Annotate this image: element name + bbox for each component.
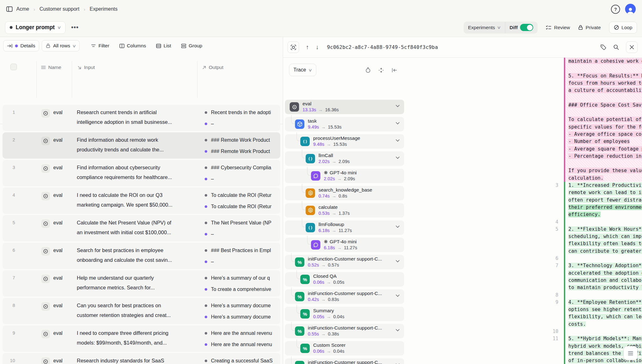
added-text: accelerated the adoption of digital tool…	[564, 270, 642, 277]
tag-icon[interactable]	[600, 44, 606, 50]
diff-line: scheduling, which can improve work-life …	[423, 233, 642, 240]
cell-input: Help me understand our quarterly perform…	[77, 273, 195, 294]
cell-output: ### Remote Work Product ### Remote Work …	[200, 132, 280, 159]
help-icon[interactable]: ?	[611, 5, 620, 14]
output-bullet-purple	[205, 123, 207, 125]
expand-trace-icon[interactable]	[287, 41, 299, 53]
trace-span-row[interactable]: ❋GPT-4o mini 2.02s→2.09s	[285, 169, 404, 183]
trace-tree: Trace ∨ eval 13.13s→16.36s task	[283, 58, 423, 364]
details-button[interactable]: Details	[3, 40, 39, 51]
trace-span-row[interactable]: % Closed QA 0.06s→0.05s	[285, 272, 404, 287]
chevron-down-icon[interactable]	[396, 225, 400, 228]
breadcrumb-project[interactable]: Customer support	[39, 6, 79, 12]
avatar[interactable]	[625, 4, 636, 14]
diff-line: 4	[423, 219, 642, 226]
close-icon[interactable]	[626, 41, 638, 53]
span-icon	[295, 119, 304, 129]
group-button[interactable]: Group	[177, 40, 206, 51]
cell-input: Find information about cybersecurity com…	[77, 163, 195, 183]
chevron-down-icon[interactable]	[396, 105, 400, 107]
table-row[interactable]: 2 eval Find information about remote wor…	[3, 132, 280, 159]
trace-span-row[interactable]: % initFunction-Customer support-C... 3.6…	[285, 358, 404, 364]
cell-output: Here's a summary docume Here's a summary…	[200, 298, 280, 324]
chevron-down-icon[interactable]	[396, 294, 400, 297]
group-label: Group	[189, 43, 202, 49]
line-number	[423, 138, 564, 145]
column-header-output[interactable]: Output	[202, 65, 224, 70]
output-line-1: Here's a summary of our q	[205, 275, 280, 282]
trace-span-row[interactable]: () llmCall 2.02s→2.09s	[285, 151, 404, 166]
output-line-1: The Net Present Value (NP	[205, 219, 280, 226]
cell-name-label: eval	[53, 275, 62, 281]
breadcrumb-section[interactable]: Experiments	[90, 6, 118, 12]
trace-span-row[interactable]: search_knowledge_base 0.74s→0.8s	[285, 186, 404, 200]
trace-span-row[interactable]: task 9.49s→15.53s	[285, 117, 404, 131]
trace-view-selector[interactable]: Trace ∨	[289, 64, 316, 76]
search-icon[interactable]	[613, 44, 619, 50]
table-row[interactable]: 6 eval Search for best practices in empl…	[3, 243, 280, 269]
trace-span-row[interactable]: % Summary 0.05s→0.04s	[285, 307, 404, 321]
input-line-1: I need to calculate the ROI on our Q3	[77, 190, 195, 200]
span-compare-duration: 0.05s	[333, 280, 344, 285]
line-number	[423, 116, 564, 123]
private-button[interactable]: Private	[578, 25, 601, 30]
collapse-spans-icon[interactable]	[378, 67, 384, 73]
chevron-down-icon[interactable]	[396, 260, 400, 262]
table-row[interactable]: 10 eval Research industry standards for …	[3, 353, 280, 364]
filter-button[interactable]: Filter	[87, 40, 113, 51]
all-rows-button[interactable]: All rows ∨	[42, 40, 80, 51]
row-number: 9	[3, 330, 15, 335]
more-options-icon[interactable]: •••	[71, 24, 79, 31]
chevron-down-icon: ∨	[497, 25, 501, 30]
trace-span-row[interactable]: () llmFollowup 6.18s→11.27s	[285, 220, 404, 235]
select-all-checkbox[interactable]	[10, 64, 17, 70]
span-icon: %	[300, 344, 310, 353]
input-line-1: Research current trends in artificial	[77, 108, 195, 117]
table-row[interactable]: 4 eval I need to calculate the ROI on ou…	[3, 187, 280, 214]
chevron-down-icon[interactable]	[396, 122, 400, 124]
trace-span-row[interactable]: % initFunction-Customer support-C... 0.4…	[285, 289, 404, 304]
table-row[interactable]: 7 eval Help me understand our quarterly …	[3, 270, 280, 297]
columns-button[interactable]: Columns	[116, 40, 150, 51]
view-selector[interactable]: Experiments ∨	[464, 22, 505, 34]
experiment-selector[interactable]: Longer prompt ∨	[5, 21, 66, 34]
list-button[interactable]: List	[152, 40, 175, 51]
column-header-input[interactable]: Input	[77, 65, 95, 70]
review-button[interactable]: Review	[546, 25, 570, 30]
chevron-down-icon[interactable]	[396, 329, 400, 331]
chevron-down-icon[interactable]	[396, 156, 400, 159]
trace-span-row[interactable]: % Custom Scorer 0.06s→0.04s	[285, 341, 404, 356]
diff-toggle[interactable]	[520, 24, 533, 31]
line-number	[423, 175, 564, 182]
previous-row-icon[interactable]: ↑	[306, 44, 309, 51]
duration-icon[interactable]	[365, 67, 371, 73]
diff-line: often report fewer distractions and the …	[423, 197, 642, 204]
trace-span-row[interactable]: calculate 0.53s→1.37s	[285, 203, 404, 218]
added-text: often report fewer distractions and the …	[564, 197, 642, 204]
table-row[interactable]: 5 eval Calculate the Net Present Value (…	[3, 215, 280, 241]
collapse-panel-icon[interactable]	[392, 67, 397, 73]
trace-span-row[interactable]: ❋GPT-4o mini 6.18s→11.27s	[285, 238, 404, 252]
trace-span-row[interactable]: % initFunction-Customer support-C... 0.5…	[285, 255, 404, 269]
span-duration: 0.55s	[308, 331, 319, 336]
eval-chip	[41, 357, 50, 364]
trace-span-row[interactable]: % initFunction-Customer support-C... 0.5…	[285, 324, 404, 338]
sidebar-toggle-icon[interactable]	[6, 6, 13, 12]
trace-span-row[interactable]: () processUserMessage 9.48s→15.53s	[285, 134, 404, 149]
column-header-name-label: Name	[48, 65, 61, 70]
loop-button[interactable]: Loop	[609, 22, 637, 34]
cell-input: Research current trends in artificial in…	[77, 108, 195, 128]
table-row[interactable]: 8 eval Can you search for best practices…	[3, 298, 280, 324]
table-row[interactable]: 9 eval I need to compare three different…	[3, 325, 280, 352]
column-header-name[interactable]: Name	[41, 65, 61, 70]
next-row-icon[interactable]: ↓	[316, 44, 319, 51]
table-row[interactable]: 1 eval Research current trends in artifi…	[3, 105, 280, 131]
table-row[interactable]: 3 eval Find information about cybersecur…	[3, 160, 280, 186]
trace-span-row[interactable]: eval 13.13s→16.36s	[285, 100, 404, 114]
chevron-down-icon[interactable]	[396, 139, 400, 142]
experiment-status-dot	[10, 26, 13, 29]
arrow-right-icon: →	[329, 228, 339, 233]
breadcrumb-workspace[interactable]: Acme	[16, 6, 29, 12]
added-text: costs.	[564, 321, 642, 328]
expand-output-icon[interactable]	[624, 346, 638, 360]
